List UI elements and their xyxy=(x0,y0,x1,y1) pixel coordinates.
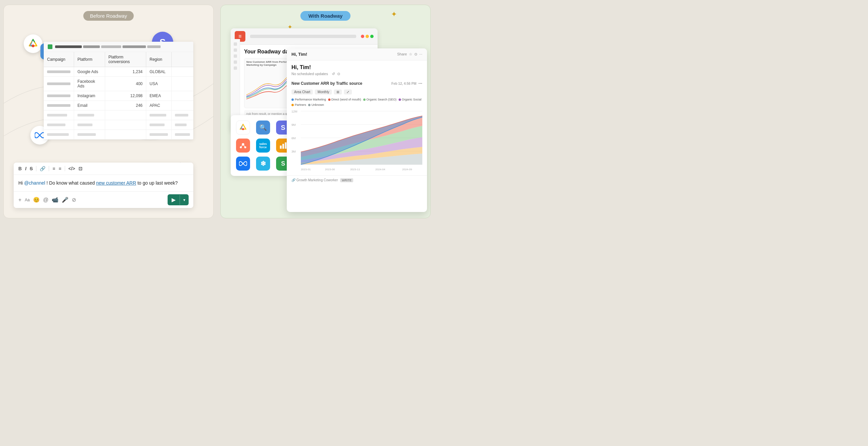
roadway-panel-title: Hi, Tim! xyxy=(291,52,307,57)
more-button[interactable]: ··· xyxy=(419,52,422,56)
with-roadway-badge: With Roadway xyxy=(301,11,350,21)
chart-type-selector[interactable]: Area Chart xyxy=(291,90,313,94)
roadway-chart-controls: Area Chart Monthly ⊞ ⤢ xyxy=(287,88,427,96)
table-row-extra xyxy=(44,120,193,130)
legend-dot xyxy=(308,104,310,106)
roadway-chart-title: New Customer ARR by Traffic source Feb 1… xyxy=(287,79,427,88)
grid-icon-salesforce: salesforce xyxy=(256,138,270,153)
legend-label: Partners xyxy=(295,103,306,106)
legend-item: Performance Marketing xyxy=(291,98,326,101)
sheet-title-dash4 xyxy=(123,45,146,48)
chat-pre: Hi xyxy=(18,180,24,186)
svg-text:2024-09: 2024-09 xyxy=(402,168,412,171)
svg-text:3M: 3M xyxy=(291,150,296,153)
interval-selector[interactable]: Monthly xyxy=(315,90,332,94)
ordered-list-button[interactable]: ≡ xyxy=(53,166,55,171)
share-button[interactable]: Share xyxy=(397,52,407,56)
roadway-legend: Performance Marketing Direct (word of mo… xyxy=(287,96,427,108)
strikethrough-button[interactable]: S xyxy=(30,166,33,171)
send-dropdown[interactable]: ▾ xyxy=(180,195,189,204)
spreadsheet-table: Campaign Platform Platform conversions R… xyxy=(44,52,193,139)
legend-item: Partners xyxy=(291,103,306,106)
grid-icon-google xyxy=(236,121,250,134)
sidebar-dot xyxy=(234,66,237,70)
col-region: Region xyxy=(146,52,171,67)
chat-box: B I S 🔗 ≡ ≡ </> ⊡ Hi @channel ! Do know … xyxy=(14,163,193,208)
chart-options-btn[interactable]: ⊞ xyxy=(334,90,342,94)
sheet-title-dash2 xyxy=(83,45,100,48)
sparkle-icon2: ✦ xyxy=(391,10,397,19)
svg-rect-27 xyxy=(282,144,284,149)
at-button[interactable]: @ xyxy=(43,197,49,203)
search-bar[interactable] xyxy=(250,35,356,38)
slash-button[interactable]: ⊘ xyxy=(72,197,76,203)
legend-label: Performance Marketing xyxy=(295,98,326,101)
clock-button[interactable]: ⊙ xyxy=(414,52,417,56)
mic-button[interactable]: 🎤 xyxy=(62,197,68,203)
legend-item: Organic Search (SEO) xyxy=(363,98,397,101)
legend-label: Organic Social xyxy=(402,98,422,101)
sheet-color-indicator xyxy=(48,44,53,49)
chat-link[interactable]: new customer ARR xyxy=(96,180,136,186)
svg-text:2023-01: 2023-01 xyxy=(301,168,311,171)
svg-rect-26 xyxy=(280,146,281,149)
grid-icon-hubspot xyxy=(236,138,250,153)
code-button[interactable]: </> xyxy=(68,166,75,171)
send-icon: ▶ xyxy=(167,194,180,205)
legend-dot xyxy=(291,98,294,101)
spreadsheet-container: Campaign Platform Platform conversions R… xyxy=(44,42,193,139)
font-button[interactable]: Aa xyxy=(25,198,30,202)
roadway-area-chart: 12M 9M 6M 3M xyxy=(287,108,427,175)
maximize-dot xyxy=(370,35,374,38)
bold-button[interactable]: B xyxy=(18,166,22,171)
video-button[interactable]: 📹 xyxy=(52,197,58,203)
col-conversions: Platform conversions xyxy=(105,52,146,67)
add-button[interactable]: + xyxy=(18,197,21,203)
svg-text:2023-06: 2023-06 xyxy=(325,168,335,171)
roadway-panel-topbar: Hi, Tim! Share ☆ ⊙ ··· xyxy=(287,49,427,60)
roadway-date: Feb 12, 4:56 PM xyxy=(391,82,416,86)
main-container: Before Roadway 🔍 S salesforce xyxy=(3,5,431,218)
emoji-button[interactable]: 😊 xyxy=(33,197,40,203)
dashboard-topbar: ≡ xyxy=(231,28,378,45)
chat-post: to go up last week? xyxy=(136,180,178,186)
roadway-panel-actions: Share ☆ ⊙ ··· xyxy=(397,52,422,56)
col-extra xyxy=(171,52,193,67)
legend-label: Direct (word of mouth) xyxy=(332,98,361,101)
italic-button[interactable]: I xyxy=(25,166,26,171)
roadway-subtitle: No scheduled updates ↺ ⊙ xyxy=(287,72,427,79)
star-button[interactable]: ☆ xyxy=(409,52,412,56)
table-row: Facebook Ads 400 USA xyxy=(44,77,193,91)
roadway-footer: 🔗 Growth Marketing Coworker WRITE xyxy=(287,175,427,185)
sheet-title-dash1 xyxy=(55,45,82,48)
toolbar-divider2 xyxy=(49,166,49,171)
table-row: Instagram 12,098 EMEA xyxy=(44,91,193,101)
svg-point-2 xyxy=(32,44,34,47)
toolbar-divider3 xyxy=(65,166,65,171)
block-button[interactable]: ⊡ xyxy=(79,166,83,171)
legend-item: Organic Social xyxy=(399,98,422,101)
sheet-title-dash5 xyxy=(147,45,161,48)
more-options[interactable]: ··· xyxy=(418,81,422,86)
legend-item: Direct (word of mouth) xyxy=(328,98,361,101)
table-row: Google Ads 1,234 GLOBAL xyxy=(44,67,193,77)
unordered-list-button[interactable]: ≡ xyxy=(59,166,61,171)
google-ads-icon xyxy=(24,34,42,53)
table-row: Email 246 APAC xyxy=(44,101,193,110)
sidebar-dot xyxy=(234,49,237,52)
footer-label: 🔗 xyxy=(291,178,297,182)
legend-dot xyxy=(328,98,331,101)
chart-expand-btn[interactable]: ⤢ xyxy=(344,90,352,94)
send-button[interactable]: ▶ ▾ xyxy=(167,194,189,205)
svg-text:2024-04: 2024-04 xyxy=(375,168,385,171)
sheet-title-dash3 xyxy=(101,45,121,48)
link-button[interactable]: 🔗 xyxy=(40,166,45,171)
legend-item: Unknown xyxy=(308,103,324,106)
sidebar-dot xyxy=(234,42,237,46)
legend-label: Organic Search (SEO) xyxy=(367,98,397,101)
sidebar-dot xyxy=(234,60,237,64)
svg-rect-28 xyxy=(285,142,286,149)
chat-mid: ! Do know what caused xyxy=(45,180,96,186)
before-roadway-badge: Before Roadway xyxy=(84,11,134,21)
minimize-dot xyxy=(366,35,369,38)
